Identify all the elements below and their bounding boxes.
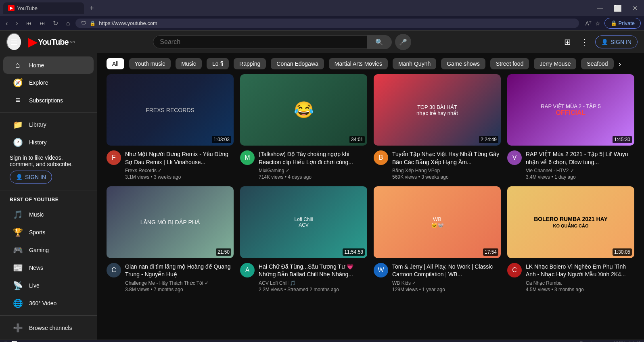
video-card[interactable]: FREXS RECORDS 1:03:03 F Như Một Người Dư… (107, 74, 234, 180)
filter-scroll-right[interactable]: › (619, 59, 621, 69)
browser-private-btn[interactable]: 🔒 Private (604, 18, 641, 29)
close-button[interactable]: ✕ (629, 4, 641, 13)
video-title[interactable]: Như Một Người Dưng Remix - Yêu Đừng Sợ Đ… (125, 150, 234, 166)
channel-name[interactable]: Vie Channel - HTV2 ✓ (526, 168, 634, 173)
channel-avatar[interactable]: C (107, 263, 121, 277)
filter-chip-jerry-mouse[interactable]: Jerry Mouse (534, 58, 576, 69)
video-title[interactable]: LK Nhạc Bolero Vì Nghèo Em Phụ Tình Anh … (526, 263, 634, 279)
first-button[interactable]: ⏮ (24, 19, 34, 28)
video-duration: 1:03:03 (212, 136, 231, 143)
sidebar-item-360video[interactable]: 🌐 360° Video (3, 294, 94, 312)
channel-avatar[interactable]: V (507, 150, 522, 165)
sidebar-item-music[interactable]: 🎵 Music (3, 206, 94, 223)
video-info: Tom & Jerry | All Play, No Work | Classi… (392, 263, 501, 292)
video-thumbnail[interactable]: TOP 30 BÀI HÁTnhạc trẻ hay nhất 2:24:49 (374, 74, 501, 146)
channel-name[interactable]: MixiGaming ✓ (259, 168, 367, 173)
home-button[interactable]: ⌂ (64, 18, 73, 29)
video-title[interactable]: Tuyển Tập Nhạc Việt Hay Nhất Từng Gây Bã… (392, 150, 501, 166)
translate-icon[interactable]: Aᵀ (585, 20, 591, 27)
sidebar-item-news[interactable]: 📰 News (3, 259, 94, 277)
video-title[interactable]: RAP VIỆT Mùa 2 2021 - Tập 5| Lil' Wuyn n… (526, 150, 634, 166)
filter-chip-music[interactable]: Music (176, 58, 202, 69)
forward-button[interactable]: › (13, 18, 20, 29)
channel-name[interactable]: Challenge Me - Hãy Thách Thức Tôi ✓ (125, 280, 234, 286)
bookmark-icon[interactable]: ☆ (595, 20, 600, 27)
filter-chip-manh-quynh[interactable]: Manh Quynh (393, 58, 436, 69)
video-title[interactable]: Tom & Jerry | All Play, No Work | Classi… (392, 263, 501, 279)
refresh-button[interactable]: ↻ (50, 18, 61, 29)
video-card[interactable]: TOP 30 BÀI HÁTnhạc trẻ hay nhất 2:24:49 … (374, 74, 501, 180)
browser-tab[interactable]: ▶ YouTube (3, 2, 84, 14)
filter-chip-rapping[interactable]: Rapping (234, 58, 266, 69)
sign-in-button[interactable]: 👤 SIGN IN (595, 35, 638, 48)
sidebar-item-subscriptions[interactable]: ≡ Subscriptions (3, 92, 94, 109)
sidebar-item-gaming[interactable]: 🎮 Gaming (3, 241, 94, 259)
filter-chip-game-shows[interactable]: Game shows (441, 58, 485, 69)
filter-chip-all[interactable]: All (107, 58, 124, 69)
sidebar-item-library[interactable]: 📁 Library (3, 116, 94, 133)
search-input[interactable] (160, 38, 360, 46)
video-meta: C LK Nhạc Bolero Vì Nghèo Em Phụ Tình An… (507, 263, 634, 292)
more-options-button[interactable]: ⋮ (577, 34, 592, 50)
sidebar-item-explore[interactable]: 🧭 Explore (3, 74, 94, 92)
filter-chip-youth-music[interactable]: Youth music (129, 58, 171, 69)
sidebar-item-sports[interactable]: 🏆 Sports (3, 223, 94, 241)
video-card[interactable]: RAP VIỆT MÙA 2 - TẬP 5OFFICIAL 1:45:30 V… (507, 74, 634, 180)
video-card[interactable]: LĂNG MỘ BỊ ĐẬP PHÁ 21:50 C Gian nan đi t… (107, 186, 234, 292)
video-title[interactable]: (Talkshow) Độ Tây choáng ngợp khi Reacti… (259, 150, 367, 166)
maximize-button[interactable]: ⬜ (611, 4, 625, 13)
video-thumbnail[interactable]: WB🐱🐭 17:54 (374, 186, 501, 258)
video-card[interactable]: BOLERO RUMBA 2021 HAYKO QUẢNG CÁO 1:30:0… (507, 186, 634, 292)
video-meta: B Tuyển Tập Nhạc Việt Hay Nhất Từng Gây … (374, 150, 501, 180)
video-thumbnail[interactable]: RAP VIỆT MÙA 2 - TẬP 5OFFICIAL 1:45:30 (507, 74, 634, 146)
video-card[interactable]: WB🐱🐭 17:54 W Tom & Jerry | All Play, No … (374, 186, 501, 292)
sidebar-divider-3 (0, 315, 97, 316)
video-thumbnail[interactable]: BOLERO RUMBA 2021 HAYKO QUẢNG CÁO 1:30:0… (507, 186, 634, 258)
channel-name[interactable]: Frexs Records ✓ (125, 168, 234, 173)
video-title[interactable]: Gian nan đi tìm lăng mộ Hoàng đế Quang T… (125, 263, 234, 279)
sidebar-item-browse-channels[interactable]: ➕ Browse channels (3, 319, 94, 337)
thumb-placeholder: WB🐱🐭 (374, 186, 501, 258)
filter-chip-street-food[interactable]: Street food (490, 58, 529, 69)
video-thumbnail[interactable]: LĂNG MỘ BỊ ĐẬP PHÁ 21:50 (107, 186, 234, 258)
filter-chip-martial-arts[interactable]: Martial Arts Movies (329, 58, 388, 69)
video-thumbnail[interactable]: Lofi ChillACV 11:54:58 (240, 186, 367, 258)
search-box[interactable] (153, 35, 367, 48)
channel-avatar[interactable]: C (507, 263, 522, 277)
sidebar-item-home[interactable]: ⌂ Home (3, 56, 94, 74)
video-duration: 17:54 (483, 248, 498, 256)
address-box[interactable]: 🛡 🔒 https://www.youtube.com (75, 19, 579, 28)
channel-avatar[interactable]: M (240, 150, 255, 165)
channel-name[interactable]: Bảng Xếp Hang VPop (392, 168, 501, 173)
video-info: Như Một Người Dưng Remix - Yêu Đừng Sợ Đ… (125, 150, 234, 180)
channel-name[interactable]: ACV Lofi Chill 🎵 (259, 280, 367, 286)
youtube-logo[interactable]: ▶ YouTubeVN (28, 35, 75, 49)
filter-chip-lofi[interactable]: Lo-fi (207, 58, 229, 69)
video-card[interactable]: 😂 34:01 M (Talkshow) Độ Tây choáng ngợp … (240, 74, 367, 180)
new-tab-button[interactable]: + (86, 3, 97, 13)
video-title[interactable]: Hai Chữ Đã Từng...Sâu Tương Tư 💗 Những B… (259, 263, 367, 279)
sidebar-item-live[interactable]: 📡 Live (3, 277, 94, 294)
video-thumbnail[interactable]: FREXS RECORDS 1:03:03 (107, 74, 234, 146)
back-button[interactable]: ‹ (3, 18, 10, 29)
search-button[interactable]: 🔍 (367, 35, 392, 49)
sidebar-sign-in-button[interactable]: 👤 SIGN IN (10, 171, 52, 184)
filter-chip-conan[interactable]: Conan Edogawa (271, 58, 324, 69)
channel-avatar[interactable]: F (107, 150, 121, 165)
minimize-button[interactable]: — (594, 4, 606, 13)
filter-chip-seafood[interactable]: Seafood (581, 58, 613, 69)
channel-avatar[interactable]: W (374, 263, 388, 277)
channel-name[interactable]: Ca Nhạc Rumba (526, 280, 634, 286)
video-stats: 129M views • 1 year ago (392, 287, 501, 292)
hamburger-menu-button[interactable]: ☰ (6, 33, 22, 51)
apps-button[interactable]: ⊞ (561, 34, 574, 50)
url-display[interactable]: https://www.youtube.com (99, 20, 573, 26)
channel-avatar[interactable]: A (240, 263, 255, 277)
video-card[interactable]: Lofi ChillACV 11:54:58 A Hai Chữ Đã Từng… (240, 186, 367, 292)
video-thumbnail[interactable]: 😂 34:01 (240, 74, 367, 146)
last-button[interactable]: ⏭ (37, 19, 47, 28)
channel-name[interactable]: WB Kids ✓ (392, 280, 501, 286)
sidebar-item-history[interactable]: 🕐 History (3, 133, 94, 151)
voice-search-button[interactable]: 🎤 (395, 34, 411, 50)
channel-avatar[interactable]: B (374, 150, 388, 165)
